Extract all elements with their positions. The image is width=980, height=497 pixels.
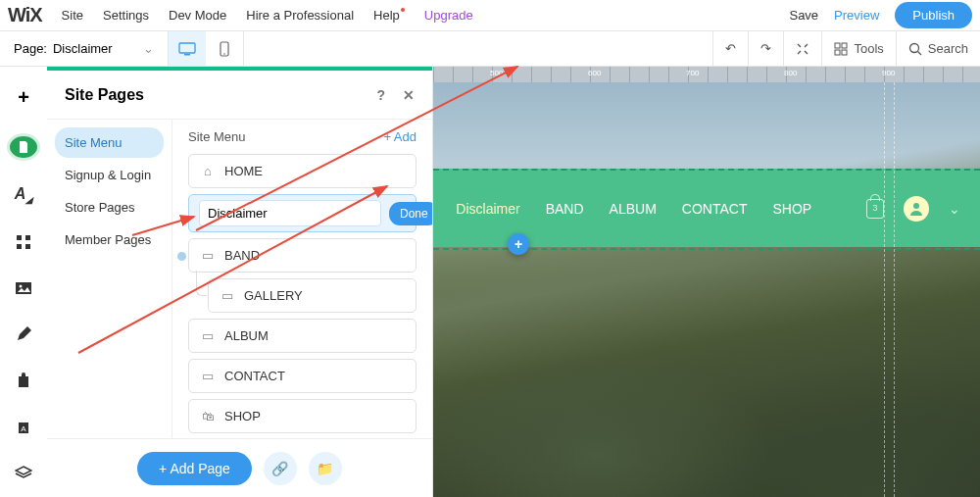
pages-button[interactable] (10, 136, 37, 158)
nav-album[interactable]: ALBUM (610, 201, 657, 217)
page-item-home[interactable]: ⌂ HOME (188, 154, 416, 188)
wix-logo[interactable]: WiX (8, 4, 42, 26)
cat-member-pages[interactable]: Member Pages (55, 224, 164, 255)
bookings-button[interactable]: A (12, 417, 35, 435)
folder-button[interactable]: 📁 (309, 452, 342, 485)
page-icon (17, 140, 30, 154)
save-button[interactable]: Save (789, 8, 818, 23)
menu-hire[interactable]: Hire a Professional (246, 8, 354, 23)
add-section-button[interactable]: + (508, 233, 529, 255)
link-page-button[interactable]: 🔗 (264, 452, 297, 485)
guide-line (884, 82, 885, 497)
menu-help[interactable]: Help (373, 8, 405, 23)
account-avatar[interactable] (904, 196, 929, 222)
ruler: 500 600 700 800 900 (433, 67, 980, 82)
zoom-out-button[interactable] (783, 31, 821, 66)
svg-rect-12 (17, 244, 22, 249)
mobile-tab[interactable] (206, 31, 243, 66)
svg-rect-5 (842, 43, 847, 48)
page-item-gallery[interactable]: ▭ GALLERY (208, 278, 416, 313)
page-icon: ▭ (220, 288, 234, 303)
page-selector[interactable]: Page: Disclaimer ⌄ (0, 31, 169, 66)
tools-label: Tools (854, 41, 883, 56)
menu-site[interactable]: Site (62, 8, 83, 23)
blog-button[interactable] (12, 324, 35, 343)
preview-button[interactable]: Preview (834, 8, 879, 23)
menu-devmode[interactable]: Dev Mode (169, 8, 226, 23)
media-button[interactable] (12, 278, 35, 297)
svg-rect-6 (835, 50, 840, 55)
guide-line (894, 82, 895, 497)
chevron-down-icon: ⌄ (143, 41, 154, 56)
menu-settings[interactable]: Settings (103, 8, 149, 23)
svg-rect-10 (17, 235, 22, 240)
svg-line-9 (917, 51, 921, 55)
panel-close-button[interactable]: ✕ (403, 87, 415, 103)
cart-icon[interactable]: 3 (866, 199, 884, 219)
undo-button[interactable]: ↶ (712, 31, 748, 66)
page-item-shop[interactable]: 🛍︎ SHOP (188, 399, 416, 433)
mobile-icon (220, 41, 229, 57)
tools-menu[interactable]: Tools (821, 31, 895, 66)
editor-canvas[interactable]: 500 600 700 800 900 E Disclaimer BAND AL… (433, 67, 980, 497)
cat-site-menu[interactable]: Site Menu (55, 127, 164, 158)
publish-button[interactable]: Publish (895, 2, 972, 28)
search-label: Search (928, 41, 968, 56)
panel-help-button[interactable]: ? (376, 87, 385, 103)
store-button[interactable] (12, 371, 35, 389)
theme-button[interactable]: A◢ (12, 185, 35, 205)
page-label: BAND (224, 248, 260, 263)
page-label: HOME (224, 164, 263, 178)
search-button[interactable]: Search (896, 31, 980, 66)
page-list-area: Site Menu + Add ⌂ HOME Done ▭ BAND ▭ (172, 120, 432, 438)
add-link[interactable]: + Add (383, 129, 416, 144)
svg-point-15 (20, 284, 23, 287)
done-button[interactable]: Done (389, 202, 432, 225)
svg-rect-7 (842, 50, 847, 55)
page-name-input[interactable] (199, 200, 381, 226)
mountain-bg (433, 82, 980, 497)
add-element-button[interactable]: + (12, 86, 35, 109)
page-icon: ▭ (201, 369, 215, 383)
nav-band[interactable]: BAND (546, 201, 584, 217)
svg-point-8 (909, 43, 918, 52)
svg-rect-4 (835, 43, 840, 48)
nav-contact[interactable]: CONTACT (682, 201, 748, 217)
page-item-contact[interactable]: ▭ CONTACT (188, 359, 416, 393)
left-sidebar: + A◢ A (0, 67, 47, 497)
page-label: Page: (14, 41, 47, 56)
layers-button[interactable] (12, 463, 35, 481)
redo-button[interactable]: ↷ (748, 31, 783, 66)
page-label: CONTACT (224, 369, 285, 383)
cat-signup-login[interactable]: Signup & Login (55, 160, 164, 190)
cart-count: 3 (867, 203, 883, 213)
page-label: GALLERY (244, 288, 303, 303)
desktop-tab[interactable] (169, 31, 206, 66)
nav-disclaimer[interactable]: Disclaimer (456, 201, 519, 217)
second-bar: Page: Disclaimer ⌄ ↶ ↷ Tools Search (0, 31, 980, 67)
nav-shop[interactable]: SHOP (772, 201, 811, 217)
svg-rect-0 (179, 43, 195, 53)
chevron-down-icon[interactable]: ⌄ (949, 201, 960, 217)
page-item-album[interactable]: ▭ ALBUM (188, 319, 416, 353)
panel-footer: + Add Page 🔗 📁 (47, 438, 432, 497)
panel-body: Site Menu Signup & Login Store Pages Mem… (47, 120, 432, 438)
tools-icon (834, 42, 848, 56)
cat-store-pages[interactable]: Store Pages (55, 192, 164, 223)
svg-point-17 (913, 203, 919, 209)
top-bar: WiX Site Settings Dev Mode Hire a Profes… (0, 0, 980, 31)
device-tabs (169, 31, 244, 66)
page-list-title: Site Menu (188, 129, 246, 144)
panel-title: Site Pages (65, 86, 144, 104)
add-page-button[interactable]: + Add Page (137, 452, 252, 485)
apps-button[interactable] (12, 232, 35, 251)
svg-rect-13 (25, 244, 30, 249)
page-icon: ▭ (201, 328, 215, 343)
page-icon: ▭ (201, 248, 215, 263)
page-label: SHOP (224, 409, 261, 423)
top-right: Save Preview Publish (789, 2, 972, 28)
page-item-band[interactable]: ▭ BAND (188, 238, 416, 273)
page-label: ALBUM (224, 328, 269, 343)
svg-text:A: A (21, 424, 26, 433)
menu-upgrade[interactable]: Upgrade (424, 8, 473, 23)
